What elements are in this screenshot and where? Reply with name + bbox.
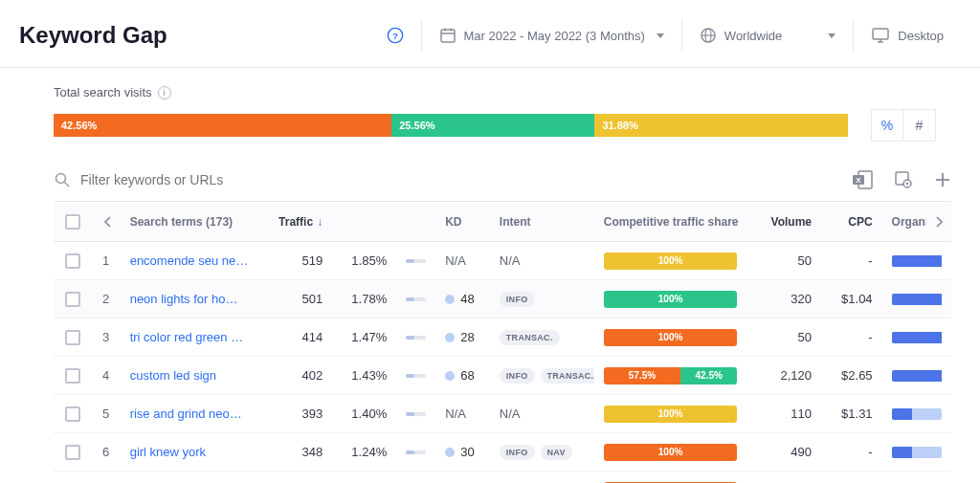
row-checkbox[interactable]: [65, 368, 80, 384]
keyword-table: Search terms (173) Traffic↓ KD Intent Co…: [54, 201, 951, 483]
row-index: 3: [93, 330, 121, 344]
row-checkbox[interactable]: [65, 330, 80, 345]
organic-vs-paid-bar: [892, 294, 942, 305]
row-index: 1: [93, 253, 121, 268]
region-label: Worldwide: [724, 29, 782, 43]
table-row: 3tri color red green …4141.47%28TRANSAC.…: [54, 318, 951, 357]
row-index: 6: [93, 445, 121, 459]
col-share[interactable]: Competitive traffic share: [594, 215, 747, 229]
organic-vs-paid-bar: [892, 447, 942, 458]
col-intent[interactable]: Intent: [490, 215, 594, 229]
keyword-link[interactable]: girl knew york: [130, 445, 206, 459]
svg-line-13: [65, 183, 70, 187]
intent-cell: N/A: [490, 253, 594, 268]
toggle-percent[interactable]: %: [871, 109, 903, 142]
intent-tag: INFO: [500, 445, 535, 460]
svg-point-12: [56, 174, 66, 184]
scroll-right-button[interactable]: [926, 202, 951, 241]
table-row: 7acrylic laser cut lo…3481.24%N/AN/A100%…: [54, 472, 951, 483]
select-all-checkbox[interactable]: [65, 214, 80, 230]
intent-tag: INFO: [500, 368, 535, 384]
svg-text:X: X: [856, 176, 861, 185]
organic-vs-paid-bar: [892, 332, 942, 343]
row-checkbox[interactable]: [65, 406, 80, 422]
intent-tag: TRANSAC.: [541, 368, 594, 384]
visits-segment: 31.88%: [594, 114, 848, 137]
row-index: 4: [93, 368, 121, 383]
traffic-value: 393: [273, 406, 332, 421]
calendar-icon: [439, 27, 457, 44]
organic-vs-paid-bar: [892, 408, 942, 420]
kd-dot-icon: [445, 295, 455, 304]
traffic-value: 348: [273, 445, 332, 459]
date-range-dropdown[interactable]: Mar 2022 - May 2022 (3 Months): [421, 19, 681, 52]
keyword-link[interactable]: encomende seu ne…: [130, 253, 249, 268]
visits-segment: 25.56%: [391, 114, 594, 137]
globe-icon: [700, 27, 717, 44]
intent-tag: TRANSAC.: [500, 330, 560, 345]
cpc-value: $1.04: [821, 292, 882, 306]
add-button[interactable]: [934, 171, 951, 188]
traffic-value: 402: [273, 368, 332, 383]
intent-cell: N/A: [490, 406, 594, 421]
toggle-count[interactable]: #: [903, 109, 936, 142]
search-icon: [54, 171, 71, 188]
keyword-link[interactable]: tri color red green …: [130, 330, 244, 344]
device-label: Desktop: [898, 29, 944, 43]
col-kd[interactable]: KD: [435, 215, 490, 229]
row-checkbox[interactable]: [65, 292, 80, 307]
table-row: 4custom led sign4021.43%68INFOTRANSAC.57…: [54, 357, 951, 395]
row-checkbox[interactable]: [65, 445, 80, 460]
scroll-left-button[interactable]: [96, 202, 121, 241]
traffic-value: 519: [273, 253, 332, 268]
sort-desc-icon: ↓: [317, 215, 323, 229]
organic-vs-paid-bar: [892, 370, 942, 382]
col-traffic[interactable]: Traffic↓: [273, 215, 332, 229]
col-volume[interactable]: Volume: [746, 215, 821, 229]
volume-value: 2,120: [746, 368, 821, 383]
col-cpc[interactable]: CPC: [821, 215, 882, 229]
intent-cell: INFOTRANSAC.: [490, 368, 594, 384]
table-row: 5rise and grind neo…3931.40%N/AN/A100%11…: [54, 395, 951, 433]
organic-vs-paid-bar: [892, 255, 942, 267]
traffic-minibar: [406, 336, 426, 340]
row-index: 2: [93, 292, 121, 306]
settings-button[interactable]: [894, 170, 913, 189]
table-row: 6girl knew york3481.24%30INFONAV100%490-: [54, 433, 951, 472]
share-bar: 100%: [604, 444, 738, 461]
desktop-icon: [871, 27, 890, 44]
traffic-pct: 1.43%: [332, 368, 396, 383]
volume-value: 50: [746, 330, 821, 344]
keyword-link[interactable]: custom led sign: [130, 368, 216, 383]
traffic-pct: 1.85%: [332, 253, 396, 268]
volume-value: 320: [746, 292, 821, 306]
keyword-link[interactable]: neon lights for ho…: [130, 292, 238, 306]
help-button[interactable]: ?: [369, 19, 421, 52]
chevron-down-icon: [828, 33, 835, 38]
intent-cell: INFONAV: [490, 445, 594, 460]
cpc-value: -: [821, 330, 882, 344]
device-dropdown[interactable]: Desktop: [853, 19, 961, 52]
help-icon: ?: [387, 27, 404, 44]
volume-value: 110: [746, 406, 821, 421]
row-index: 5: [93, 406, 121, 421]
share-bar: 100%: [604, 329, 738, 346]
kd-value: 68: [435, 368, 490, 383]
share-bar: 100%: [604, 252, 738, 270]
keyword-link[interactable]: rise and grind neo…: [130, 406, 242, 421]
info-icon[interactable]: i: [158, 86, 171, 99]
kd-dot-icon: [445, 448, 455, 457]
intent-tag: INFO: [500, 292, 535, 307]
kd-value: N/A: [435, 253, 490, 268]
region-dropdown[interactable]: Worldwide: [681, 19, 853, 52]
traffic-value: 501: [273, 292, 332, 306]
filter-input[interactable]: [80, 172, 368, 187]
col-search-terms[interactable]: Search terms (173): [121, 215, 274, 229]
kd-dot-icon: [445, 371, 455, 381]
kd-value: 30: [435, 445, 490, 459]
svg-rect-2: [441, 30, 455, 42]
export-excel-button[interactable]: X: [852, 170, 873, 189]
row-checkbox[interactable]: [65, 253, 80, 269]
visits-share-bar: 42.56%25.56%31.88%: [54, 114, 848, 137]
svg-rect-9: [873, 29, 888, 39]
